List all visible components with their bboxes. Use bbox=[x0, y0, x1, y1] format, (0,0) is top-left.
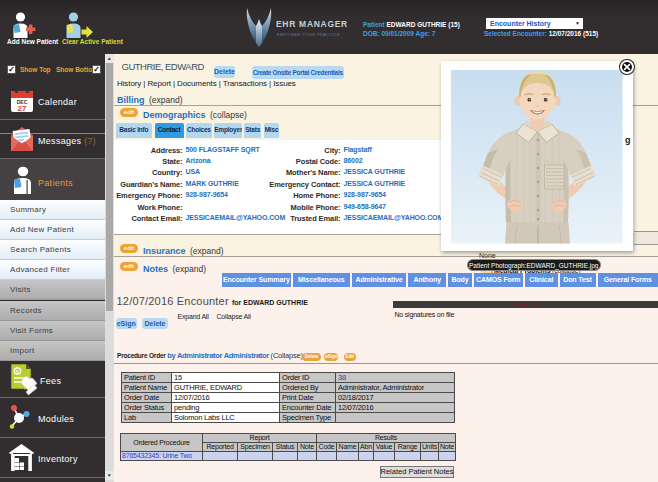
svg-text:27: 27 bbox=[18, 104, 27, 113]
